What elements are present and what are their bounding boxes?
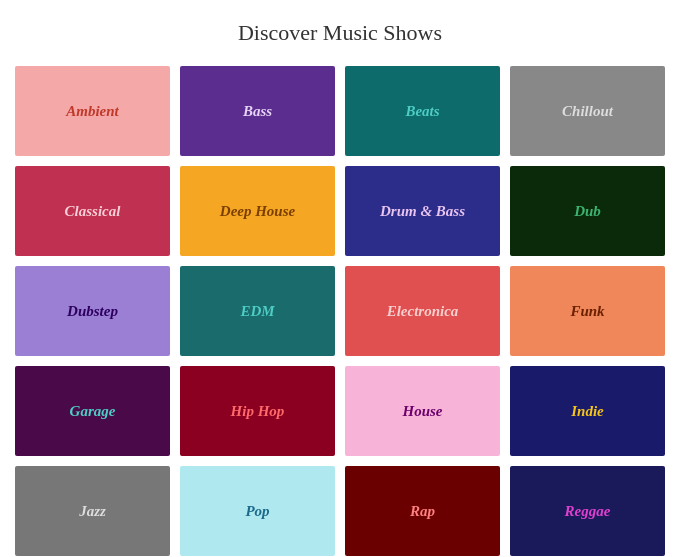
genre-label-drum-bass: Drum & Bass xyxy=(380,203,465,220)
genre-label-deep-house: Deep House xyxy=(220,203,295,220)
genre-tile-house[interactable]: House xyxy=(345,366,500,456)
genre-label-dub: Dub xyxy=(574,203,601,220)
genre-label-garage: Garage xyxy=(70,403,116,420)
genre-label-edm: EDM xyxy=(240,303,274,320)
genre-label-ambient: Ambient xyxy=(66,103,119,120)
genre-label-electronica: Electronica xyxy=(387,303,459,320)
genre-label-beats: Beats xyxy=(405,103,439,120)
genre-tile-garage[interactable]: Garage xyxy=(15,366,170,456)
genre-grid: AmbientBassBeatsChilloutClassicalDeep Ho… xyxy=(15,66,665,556)
genre-label-funk: Funk xyxy=(570,303,604,320)
genre-tile-drum-bass[interactable]: Drum & Bass xyxy=(345,166,500,256)
genre-tile-ambient[interactable]: Ambient xyxy=(15,66,170,156)
genre-tile-indie[interactable]: Indie xyxy=(510,366,665,456)
genre-label-reggae: Reggae xyxy=(565,503,611,520)
genre-label-house: House xyxy=(402,403,442,420)
genre-tile-reggae[interactable]: Reggae xyxy=(510,466,665,556)
genre-tile-beats[interactable]: Beats xyxy=(345,66,500,156)
genre-tile-jazz[interactable]: Jazz xyxy=(15,466,170,556)
genre-tile-edm[interactable]: EDM xyxy=(180,266,335,356)
genre-tile-dub[interactable]: Dub xyxy=(510,166,665,256)
genre-tile-classical[interactable]: Classical xyxy=(15,166,170,256)
genre-label-rap: Rap xyxy=(410,503,435,520)
genre-label-hip-hop: Hip Hop xyxy=(231,403,285,420)
genre-tile-bass[interactable]: Bass xyxy=(180,66,335,156)
genre-tile-rap[interactable]: Rap xyxy=(345,466,500,556)
genre-tile-pop[interactable]: Pop xyxy=(180,466,335,556)
page-title: Discover Music Shows xyxy=(238,20,442,46)
genre-label-chillout: Chillout xyxy=(562,103,613,120)
genre-tile-dubstep[interactable]: Dubstep xyxy=(15,266,170,356)
genre-label-classical: Classical xyxy=(65,203,121,220)
genre-tile-hip-hop[interactable]: Hip Hop xyxy=(180,366,335,456)
genre-tile-funk[interactable]: Funk xyxy=(510,266,665,356)
genre-tile-electronica[interactable]: Electronica xyxy=(345,266,500,356)
genre-label-bass: Bass xyxy=(243,103,272,120)
genre-label-pop: Pop xyxy=(245,503,269,520)
genre-label-indie: Indie xyxy=(571,403,604,420)
genre-tile-chillout[interactable]: Chillout xyxy=(510,66,665,156)
genre-label-dubstep: Dubstep xyxy=(67,303,118,320)
genre-label-jazz: Jazz xyxy=(79,503,106,520)
genre-tile-deep-house[interactable]: Deep House xyxy=(180,166,335,256)
